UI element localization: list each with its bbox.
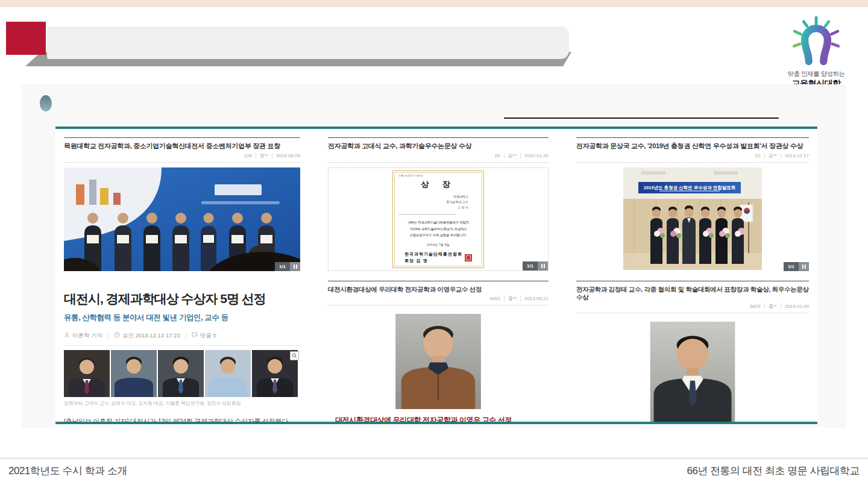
content-panel: 목원대학교 전자공학과, 중소기업기술혁신대전서 중소벤처기업부 장관 표창 1… xyxy=(22,84,846,428)
divider xyxy=(576,281,809,281)
award-ceremony-photo: 1/1 xyxy=(64,167,300,271)
pause-icon xyxy=(541,264,542,268)
dotted-divider xyxy=(64,162,300,163)
divider xyxy=(64,345,300,346)
certificate-title: 상 장 xyxy=(398,179,478,190)
second-post: 전자공학과 김정태 교수, 각종 협의회 및 학술대회에서 표창장과 학술상, … xyxy=(576,281,809,313)
post-title: 전자공학과 고대식 교수, 과학기술우수논문상 수상 xyxy=(328,142,549,151)
article-headline: 대전시, 경제과학대상 수상자 5명 선정 xyxy=(64,290,300,307)
post-date: 2015.01.09 xyxy=(781,304,809,309)
byline-comments: 댓글 0 xyxy=(186,332,216,340)
clock-icon xyxy=(114,332,120,339)
post-author: 홍** xyxy=(504,296,517,301)
dotted-divider xyxy=(328,162,549,163)
post-meta: 65김**2020.01.30 xyxy=(328,152,549,159)
winners-portraits-photo xyxy=(64,350,300,397)
university-logo: 맞춤 인재를 양성하는 교육혁신대학 xyxy=(774,16,858,89)
pause-icon xyxy=(802,264,804,269)
header-bar xyxy=(47,27,569,59)
post-title: 목원대학교 전자공학과, 중소기업기술혁신대전서 중소벤처기업부 장관 표창 xyxy=(64,142,300,151)
view-count: 6829 xyxy=(750,304,761,309)
pager-page-indicator[interactable]: 1/1 xyxy=(523,261,538,271)
certificate-recipient: 목원대학교 전자공학과 교수 고 대 식 xyxy=(398,194,478,210)
footer-right-text: 66년 전통의 대전 최초 명문 사립대학교 xyxy=(687,464,860,478)
bullet-oval-decoration xyxy=(40,95,52,111)
article-body: [충남일보 이훈학 기자] 대전시가 13일 제24회 경제과학대상 수상자를 … xyxy=(64,417,300,424)
pause-button[interactable] xyxy=(799,262,809,271)
divider xyxy=(64,137,300,138)
post-author: 정** xyxy=(256,153,268,158)
comment-icon xyxy=(192,332,198,339)
article-subhead: 유통, 산학협력 등 분야서 대전 빛낸 기업인, 교수 등 xyxy=(64,313,300,323)
post-author: 홍** xyxy=(764,304,777,309)
image-pager: 1/1 xyxy=(275,262,300,271)
certificate-date: 2019년 7월 4일 xyxy=(398,243,478,246)
post-date: 2019.12.17 xyxy=(781,153,809,158)
top-accent-strip xyxy=(0,0,868,7)
logo-tagline: 맞춤 인재를 양성하는 xyxy=(774,70,858,78)
view-count: 108 xyxy=(244,153,251,158)
post-date: 2013.05.21 xyxy=(520,296,549,301)
byline-reporter: 이훈학 기자 xyxy=(64,332,102,340)
professor-portrait-photo xyxy=(328,314,549,409)
news-column-2: 전자공학과 고대식 교수, 과학기술우수논문상 수상 65김**2020.01.… xyxy=(328,137,549,424)
slide: 맞춤 인재를 양성하는 교육혁신대학 목원대학교 전자공학과, 중소기업기술혁신… xyxy=(0,0,868,488)
footer-divider xyxy=(0,458,868,458)
certificate-number: 과총 제2019-186호 xyxy=(398,174,478,177)
heading-underline xyxy=(504,117,779,119)
news-card: 목원대학교 전자공학과, 중소기업기술혁신대전서 중소벤처기업부 장관 표창 1… xyxy=(55,127,817,424)
certificate-paper: 과총 제2019-186호 상 장 목원대학교 전자공학과 교수 고 대 식 귀… xyxy=(392,170,484,268)
article-byline: 이훈학 기자 승인 2018.12.13 17:23 댓글 0 xyxy=(64,332,300,340)
dotted-divider xyxy=(576,313,809,313)
post-title: 전자공학과 김정태 교수, 각종 협의회 및 학술대회에서 표창장과 학술상, … xyxy=(576,286,809,301)
photo-caption: 왼쪽부터 고대식 교수, 김배수 대표, 송지환 대표, 이철호 책임연구원, … xyxy=(64,400,300,407)
dotted-divider xyxy=(328,305,549,305)
news-column-1: 목원대학교 전자공학과, 중소기업기술혁신대전서 중소벤처기업부 장관 표창 1… xyxy=(64,137,300,424)
selection-caption: 대전시환경대상에 우리대학 전자공학과 이영우 교수 선정 xyxy=(328,415,549,424)
pager-page-indicator[interactable]: 1/1 xyxy=(784,262,799,271)
image-pager: 1/1 xyxy=(523,261,548,271)
post-author: 김** xyxy=(764,153,777,158)
certificate-fineprint xyxy=(398,214,456,216)
post-meta: 108정**2019.06.09 xyxy=(64,152,300,159)
post-meta: 6829홍**2015.01.09 xyxy=(576,303,809,310)
post-meta: 52김**2019.12.17 xyxy=(576,152,809,159)
presentation-group-photo: 2019년도 충청권 산학연 우수성과 연합발표회 xyxy=(576,167,809,271)
certificate-body: 귀하는 한국과학기술단체총연합회가 제정한 '제29회 과학기술우수논문상'의 … xyxy=(398,219,478,238)
red-accent-block xyxy=(6,22,46,55)
divider xyxy=(328,281,549,281)
image-pager: 1/1 xyxy=(784,262,809,271)
zoom-button[interactable] xyxy=(290,351,299,360)
view-count: 52 xyxy=(755,153,761,158)
post-title: 전자공학과 문상국 교수, '2019년 충청권 산학연 우수성과 발표회'서 … xyxy=(576,142,809,151)
pause-button[interactable] xyxy=(290,262,300,271)
person-icon xyxy=(64,332,70,339)
svg-text:2019년도 충청권 산학연 우수성과 연합발표회: 2019년도 충청권 산학연 우수성과 연합발표회 xyxy=(644,185,736,190)
professor-portrait-photo xyxy=(576,322,809,423)
byline-published: 승인 2018.12.13 17:23 xyxy=(108,332,180,340)
view-count: 4463 xyxy=(489,296,500,301)
lightbulb-logo-icon xyxy=(785,58,848,68)
divider xyxy=(576,137,809,138)
dotted-divider xyxy=(576,162,809,163)
view-count: 65 xyxy=(495,153,500,158)
news-column-3: 전자공학과 문상국 교수, '2019년 충청권 산학연 우수성과 발표회'서 … xyxy=(576,137,809,424)
footer-left-text: 2021학년도 수시 학과 소개 xyxy=(8,464,127,478)
post-date: 2019.06.09 xyxy=(272,153,300,158)
post-author: 김** xyxy=(504,153,517,158)
post-meta: 4463홍**2013.05.21 xyxy=(328,295,549,302)
certificate-image: 과총 제2019-186호 상 장 목원대학교 전자공학과 교수 고 대 식 귀… xyxy=(328,167,549,271)
divider xyxy=(328,137,549,138)
red-seal-stamp xyxy=(465,254,472,261)
second-post: 대전시환경대상에 우리대학 전자공학과 이영우교수 선정 4463홍**2013… xyxy=(328,281,549,305)
pager-page-indicator[interactable]: 1/1 xyxy=(275,262,290,271)
magnifier-icon xyxy=(292,350,297,361)
post-date: 2020.01.30 xyxy=(520,153,549,158)
certificate-issuer: 한국과학기술단체총연합회 회장 김 명 xyxy=(398,251,478,264)
pause-icon xyxy=(294,264,295,269)
pause-button[interactable] xyxy=(538,261,548,271)
post-title: 대전시환경대상에 우리대학 전자공학과 이영우교수 선정 xyxy=(328,286,549,293)
